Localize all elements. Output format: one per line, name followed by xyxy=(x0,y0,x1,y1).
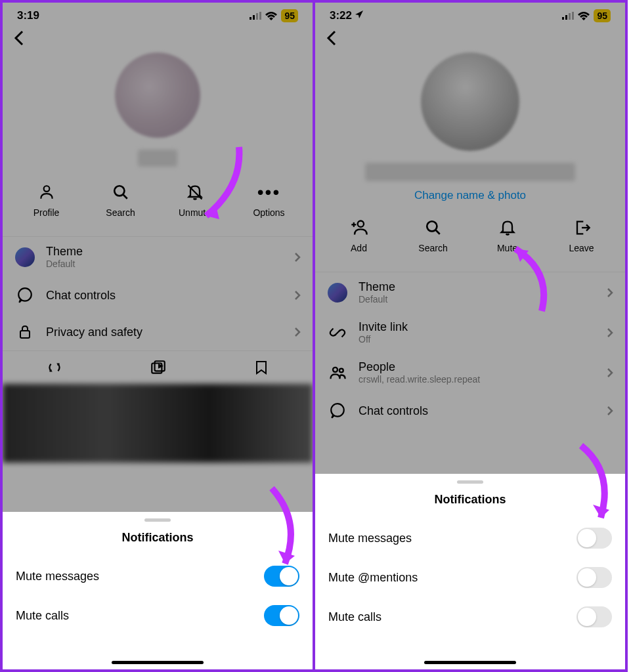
mute-label: Mute xyxy=(497,243,517,253)
mute-messages-row: Mute messages xyxy=(3,556,313,596)
status-right: 95 xyxy=(562,9,611,22)
theme-sub: Default xyxy=(46,259,284,269)
mute-messages-label: Mute messages xyxy=(328,532,412,545)
status-bar: 3:22 95 xyxy=(315,3,625,25)
chevron-right-icon xyxy=(607,368,613,378)
people-row[interactable]: People crswll, read.write.sleep.repeat xyxy=(315,352,625,392)
theme-row[interactable]: Theme Default xyxy=(315,272,625,312)
mute-calls-toggle[interactable] xyxy=(264,605,299,626)
people-title: People xyxy=(359,360,596,374)
invite-link-row[interactable]: Invite link Off xyxy=(315,312,625,352)
sheet-handle[interactable] xyxy=(457,480,483,484)
change-name-photo-link[interactable]: Change name & photo xyxy=(414,189,526,202)
battery-badge: 95 xyxy=(594,9,611,22)
group-avatar[interactable] xyxy=(421,52,519,151)
notifications-sheet: Notifications Mute messages Mute calls xyxy=(3,512,313,669)
add-label: Add xyxy=(351,243,367,253)
chat-icon xyxy=(327,400,348,421)
chevron-right-icon xyxy=(607,287,613,298)
leave-action[interactable]: Leave xyxy=(552,218,611,253)
svg-rect-2 xyxy=(256,13,258,20)
svg-rect-9 xyxy=(20,331,30,338)
svg-point-27 xyxy=(339,368,343,372)
search-icon xyxy=(111,182,131,202)
svg-marker-15 xyxy=(355,10,363,18)
invite-title: Invite link xyxy=(359,320,596,334)
status-time: 3:19 xyxy=(17,9,39,22)
mute-calls-label: Mute calls xyxy=(16,609,69,623)
bell-icon xyxy=(498,218,517,238)
chevron-right-icon xyxy=(607,327,613,338)
privacy-row[interactable]: Privacy and safety xyxy=(3,314,313,350)
status-time: 3:22 xyxy=(330,9,364,22)
svg-line-25 xyxy=(335,329,341,335)
profile-action[interactable]: Profile xyxy=(17,182,76,218)
theme-dot-icon xyxy=(15,247,35,267)
chat-controls-row[interactable]: Chat controls xyxy=(315,392,625,429)
chevron-left-icon xyxy=(326,30,337,46)
mute-mentions-label: Mute @mentions xyxy=(328,571,418,585)
battery-badge: 95 xyxy=(281,9,298,22)
chat-icon xyxy=(14,285,35,306)
mute-messages-toggle[interactable] xyxy=(577,528,612,549)
cellular-icon xyxy=(250,12,261,20)
sheet-title: Notifications xyxy=(3,531,313,556)
cellular-icon xyxy=(562,12,574,20)
mute-mentions-toggle[interactable] xyxy=(577,567,612,588)
lock-icon xyxy=(14,322,35,343)
mute-messages-toggle[interactable] xyxy=(264,566,299,587)
search-action[interactable]: Search xyxy=(404,218,463,253)
chevron-right-icon xyxy=(607,406,613,416)
svg-rect-3 xyxy=(259,12,261,20)
chat-controls-title: Chat controls xyxy=(46,289,284,303)
invite-sub: Off xyxy=(359,334,596,345)
people-sub: crswll, read.write.sleep.repeat xyxy=(359,374,596,385)
mute-calls-toggle[interactable] xyxy=(577,606,612,627)
mute-action[interactable]: Mute xyxy=(478,218,537,253)
add-person-icon xyxy=(349,218,369,238)
svg-rect-17 xyxy=(565,15,567,20)
theme-row[interactable]: Theme Default xyxy=(3,237,313,277)
back-button[interactable] xyxy=(315,25,625,51)
profile-header xyxy=(3,51,313,167)
home-indicator[interactable] xyxy=(424,661,516,664)
group-name-blurred xyxy=(365,163,575,181)
link-icon xyxy=(327,322,348,343)
chat-controls-title: Chat controls xyxy=(359,404,596,418)
chevron-right-icon xyxy=(294,290,301,301)
chevron-left-icon xyxy=(13,30,25,46)
sheet-title: Notifications xyxy=(315,493,625,518)
theme-dot-icon xyxy=(328,283,347,303)
media-tab[interactable] xyxy=(150,359,167,376)
unmute-action[interactable]: Unmute xyxy=(165,182,225,218)
home-indicator[interactable] xyxy=(112,661,204,664)
search-icon xyxy=(424,218,443,238)
saved-tab[interactable] xyxy=(253,359,269,376)
right-screenshot: 3:22 95 Change name & photo Add Search M… xyxy=(314,0,628,672)
media-tabs xyxy=(3,350,313,384)
action-row: Add Search Mute Leave xyxy=(315,202,625,272)
sheet-handle[interactable] xyxy=(144,518,171,522)
back-button[interactable] xyxy=(3,25,313,51)
avatar[interactable] xyxy=(115,52,200,138)
options-action[interactable]: ••• Options xyxy=(240,182,299,218)
add-action[interactable]: Add xyxy=(330,218,389,253)
reshare-tab[interactable] xyxy=(46,359,63,376)
search-label: Search xyxy=(106,207,135,218)
mute-calls-row: Mute calls xyxy=(3,596,313,635)
leave-icon xyxy=(572,218,592,238)
theme-title: Theme xyxy=(359,280,596,294)
notifications-sheet: Notifications Mute messages Mute @mentio… xyxy=(315,474,625,669)
action-row: Profile Search Unmute ••• Options xyxy=(3,167,313,236)
svg-line-24 xyxy=(435,230,440,234)
privacy-title: Privacy and safety xyxy=(46,326,284,339)
mute-messages-label: Mute messages xyxy=(16,570,99,583)
svg-point-20 xyxy=(357,221,363,227)
mute-mentions-row: Mute @mentions xyxy=(315,558,625,597)
wifi-icon xyxy=(578,12,590,20)
status-right: 95 xyxy=(250,9,298,22)
chevron-right-icon xyxy=(294,327,301,337)
search-action[interactable]: Search xyxy=(91,182,150,218)
chat-controls-row[interactable]: Chat controls xyxy=(3,277,313,314)
svg-line-6 xyxy=(123,194,127,199)
